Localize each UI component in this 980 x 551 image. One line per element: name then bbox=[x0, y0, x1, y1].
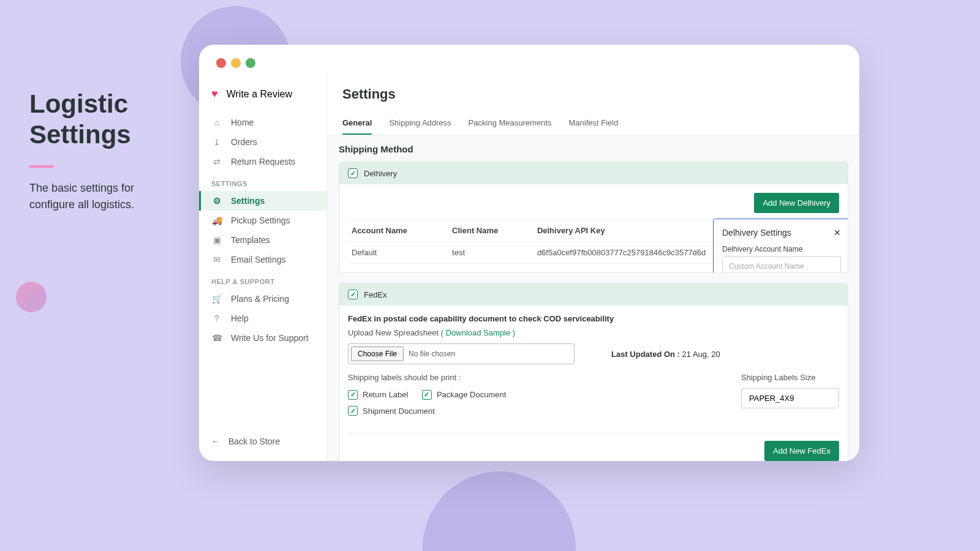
col-api-key: Delhivery API Key bbox=[533, 220, 654, 242]
fedex-checkbox[interactable] bbox=[348, 290, 358, 299]
headset-icon: ☎ bbox=[211, 333, 222, 343]
page-subtitle: The basic settings for configure all log… bbox=[29, 180, 176, 213]
package-document-checkbox[interactable]: Package Document bbox=[422, 390, 506, 400]
window-controls bbox=[199, 45, 859, 74]
delhivery-block: Delhivery Add New Delhivery Account Name… bbox=[339, 162, 848, 273]
decorative-circle bbox=[16, 282, 47, 312]
sidebar-item-label: Home bbox=[231, 118, 254, 127]
tabs: General Shipping Address Packing Measure… bbox=[342, 113, 845, 135]
sidebar-item-pickup[interactable]: 🚚 Pickup Settings bbox=[199, 211, 327, 230]
labels-size-label: Shipping Labels Size bbox=[741, 373, 839, 382]
sidebar-item-support[interactable]: ☎ Write Us for Support bbox=[199, 328, 327, 348]
close-window-icon[interactable] bbox=[216, 58, 226, 68]
account-name-label: Delhivery Account Name bbox=[722, 245, 841, 253]
col-client-name: Client Name bbox=[448, 220, 533, 242]
truck-icon: 🚚 bbox=[211, 216, 222, 225]
sidebar-item-label: Templates bbox=[231, 235, 270, 245]
sidebar-item-label: Help bbox=[231, 313, 249, 323]
labels-size-select[interactable]: PAPER_4X9 bbox=[741, 388, 839, 408]
main-content: Settings General Shipping Address Packin… bbox=[328, 74, 859, 461]
return-label-checkbox[interactable]: Return Label bbox=[348, 390, 408, 400]
add-delhivery-button[interactable]: Add New Delhivery bbox=[754, 193, 839, 213]
delhivery-header[interactable]: Delhivery bbox=[339, 162, 848, 184]
sidebar-item-label: Email Settings bbox=[231, 255, 285, 264]
sidebar-item-label: Settings bbox=[231, 196, 265, 206]
shipment-document-checkbox[interactable]: Shipment Document bbox=[348, 406, 435, 416]
sidebar-item-settings[interactable]: ⚙ Settings bbox=[199, 191, 327, 211]
popover-title: Delhivery Settings bbox=[722, 228, 791, 238]
sidebar-item-templates[interactable]: ▣ Templates bbox=[199, 230, 327, 250]
account-name-input[interactable] bbox=[722, 257, 841, 273]
hero-text: Logistic Settings The basic settings for… bbox=[29, 89, 176, 213]
cell-client: test bbox=[448, 242, 533, 264]
fedex-headline: FedEx in postal code capability document… bbox=[348, 314, 839, 323]
orders-icon: ⤓ bbox=[211, 137, 222, 147]
sidebar-section-help: HELP & SUPPORT bbox=[199, 269, 327, 289]
settings-heading: Settings bbox=[342, 86, 845, 102]
gear-icon: ⚙ bbox=[211, 196, 222, 206]
mail-icon: ✉ bbox=[211, 255, 222, 264]
divider bbox=[29, 165, 54, 168]
cart-icon: 🛒 bbox=[211, 294, 222, 304]
tab-manifest[interactable]: Manifest Field bbox=[568, 113, 618, 135]
sidebar-item-label: Pickup Settings bbox=[231, 216, 290, 225]
minimize-window-icon[interactable] bbox=[231, 58, 241, 68]
sidebar-item-label: Plans & Pricing bbox=[231, 294, 289, 304]
delhivery-settings-popover: Delhivery Settings ✕ Delhivery Account N… bbox=[713, 219, 848, 273]
sidebar-item-label: Orders bbox=[231, 137, 257, 147]
sidebar: ♥ Write a Review ⌂ Home ⤓ Orders ⇄ Retur… bbox=[199, 74, 328, 461]
cell-account: Default bbox=[348, 242, 448, 264]
back-to-store-label: Back to Store bbox=[228, 437, 280, 446]
choose-file-button[interactable]: Choose File bbox=[351, 347, 404, 361]
close-icon[interactable]: ✕ bbox=[834, 228, 841, 238]
sidebar-item-label: Write Us for Support bbox=[231, 333, 309, 343]
home-icon: ⌂ bbox=[211, 118, 222, 127]
sidebar-item-email[interactable]: ✉ Email Settings bbox=[199, 250, 327, 269]
delhivery-label: Delhivery bbox=[364, 169, 397, 178]
write-review-link[interactable]: ♥ Write a Review bbox=[199, 81, 327, 107]
col-account-name: Account Name bbox=[348, 220, 448, 242]
fedex-label: FedEx bbox=[364, 290, 387, 299]
fedex-block: FedEx FedEx in postal code capability do… bbox=[339, 283, 848, 461]
heart-icon: ♥ bbox=[211, 88, 218, 100]
app-window: ♥ Write a Review ⌂ Home ⤓ Orders ⇄ Retur… bbox=[199, 45, 859, 461]
back-to-store-link[interactable]: ← Back to Store bbox=[199, 427, 327, 461]
add-fedex-button[interactable]: Add New FedEx bbox=[764, 441, 839, 461]
help-icon: ? bbox=[211, 313, 222, 323]
tab-shipping-address[interactable]: Shipping Address bbox=[389, 113, 451, 135]
tab-general[interactable]: General bbox=[342, 113, 372, 135]
sidebar-section-settings: SETTINGS bbox=[199, 171, 327, 191]
sidebar-item-returns[interactable]: ⇄ Return Requests bbox=[199, 152, 327, 171]
maximize-window-icon[interactable] bbox=[246, 58, 255, 68]
write-review-label: Write a Review bbox=[227, 89, 292, 100]
sidebar-item-orders[interactable]: ⤓ Orders bbox=[199, 132, 327, 152]
page-title: Logistic Settings bbox=[29, 89, 176, 151]
sidebar-item-home[interactable]: ⌂ Home bbox=[199, 113, 327, 132]
last-updated: Last Updated On : 21 Aug, 20 bbox=[611, 350, 720, 359]
sidebar-item-label: Return Requests bbox=[231, 157, 295, 167]
return-icon: ⇄ bbox=[211, 157, 222, 167]
decorative-circle bbox=[423, 471, 576, 551]
upload-label: Upload New Spreadsheet ( Download Sample… bbox=[348, 328, 839, 337]
fedex-header[interactable]: FedEx bbox=[339, 283, 848, 305]
file-input[interactable]: Choose File No file chosen bbox=[348, 343, 575, 364]
tab-packing[interactable]: Packing Measurements bbox=[469, 113, 552, 135]
download-sample-link[interactable]: ( Download Sample ) bbox=[441, 328, 515, 337]
template-icon: ▣ bbox=[211, 235, 222, 245]
sidebar-item-help[interactable]: ? Help bbox=[199, 309, 327, 328]
file-status: No file chosen bbox=[404, 350, 455, 358]
back-arrow-icon: ← bbox=[211, 437, 220, 446]
sidebar-item-plans[interactable]: 🛒 Plans & Pricing bbox=[199, 289, 327, 309]
labels-print-label: Shipping labels should be print : bbox=[348, 373, 704, 382]
shipping-method-title: Shipping Method bbox=[339, 144, 848, 154]
delhivery-checkbox[interactable] bbox=[348, 168, 358, 178]
